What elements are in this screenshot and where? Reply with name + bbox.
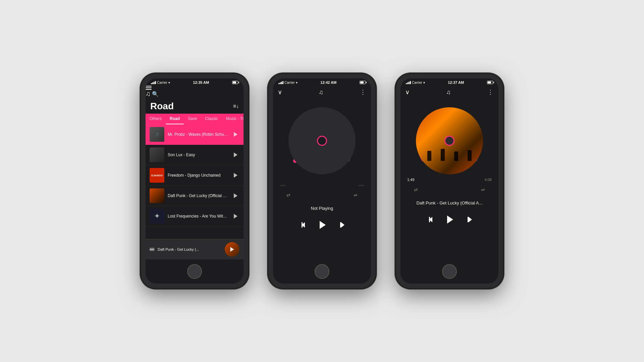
song-thumb-1: 🎵 (150, 127, 164, 142)
battery-icon-2 (360, 81, 366, 84)
play-btn-5[interactable] (231, 212, 239, 220)
tab-music-trap[interactable]: Music - Trap (222, 114, 244, 124)
song-item-5[interactable]: ✦ Lost Frequencies - Are You With Me (Of… (146, 206, 244, 227)
carrier-2: Carrier ▾ (278, 81, 298, 84)
song-item-3[interactable]: DJANGO Freedom - Django Unchained (146, 165, 244, 186)
repeat-btn-3[interactable]: ⇌ (478, 184, 488, 195)
signal-icon (151, 81, 156, 84)
battery-fill-3 (488, 81, 491, 83)
artwork-vinyl-3 (413, 104, 486, 178)
nav-bar-1: ♫ 🔍 (146, 86, 244, 98)
sil-3 (454, 152, 458, 161)
mini-artwork[interactable] (225, 242, 239, 257)
sil-4 (468, 150, 472, 161)
battery-fill-2 (360, 81, 364, 83)
tab-classic[interactable]: Classic (201, 114, 222, 124)
tab-road[interactable]: Road (166, 114, 184, 124)
prev-btn-2[interactable] (296, 219, 308, 231)
mini-title: Daft Punk - Get Lucky (... (158, 247, 221, 251)
dots-menu-3[interactable]: ⋮ (487, 88, 494, 96)
home-button-3[interactable] (442, 264, 457, 279)
play-triangle-1 (234, 132, 237, 137)
mini-play-icon (230, 247, 234, 252)
time-left-3: 1:49 (407, 178, 414, 182)
music-note-3: ♫ (446, 89, 451, 96)
play-btn-2[interactable] (231, 151, 239, 159)
repeat-btn-2[interactable]: ⇌ (350, 190, 361, 200)
song-item-4[interactable]: Daft Punk - Get Lucky (Official Audio) f… (146, 186, 244, 206)
song-thumb-5: ✦ (150, 209, 164, 224)
phone-3: Carrier ▾ 12:37 AM ∨ ♫ ⋮ (396, 74, 503, 288)
signal-icon-3 (406, 81, 411, 84)
status-bar-1: Carrier ▾ 12:35 AM (146, 78, 244, 86)
menu-icon-1[interactable] (146, 86, 244, 90)
chevron-down-3[interactable]: ∨ (405, 88, 410, 96)
play-large-icon-2 (320, 221, 326, 229)
signal-icon-2 (278, 81, 283, 84)
song-name-5: Lost Frequencies - Are You With Me (Offi… (168, 214, 228, 219)
play-large-icon-3 (447, 216, 453, 224)
mini-menu-icon[interactable] (150, 248, 154, 251)
thumb-lost: ✦ (150, 209, 164, 224)
player-content-2: --:-- --:-- ⇄ ⇌ Not Playing (273, 99, 371, 259)
skip-prev-icon-3 (429, 217, 430, 222)
battery-fill-1 (233, 81, 236, 83)
song-item-2[interactable]: Son Lux - Easy (146, 145, 244, 165)
play-btn-3[interactable] (231, 171, 239, 179)
playlist-title: Road (150, 101, 174, 112)
next-btn-2[interactable] (336, 219, 348, 231)
time-2: 12:42 AM (320, 80, 336, 84)
thumb-waves: 🎵 (150, 127, 164, 142)
star-icon: ✦ (154, 212, 160, 221)
controls-row-2: ⇄ ⇌ (280, 190, 364, 200)
vinyl-container-2 (285, 104, 359, 178)
song-name-2: Son Lux - Easy (168, 153, 228, 157)
battery-icon-1 (232, 81, 238, 84)
home-btn-area-2 (273, 259, 371, 284)
player-content-3: 1:49 4:08 ⇄ ⇌ Daft Punk - Get Lucky (Off… (400, 99, 498, 259)
play-btn-1[interactable] (231, 130, 239, 138)
shuffle-btn-3[interactable]: ⇄ (411, 184, 421, 195)
sort-icon[interactable]: ≡↓ (233, 103, 239, 109)
shuffle-btn-2[interactable]: ⇄ (283, 190, 294, 200)
tab-save[interactable]: Save (184, 114, 201, 124)
song-thumb-3: DJANGO (150, 168, 164, 183)
song-info-3: Freedom - Django Unchained (168, 173, 228, 178)
song-name-3: Freedom - Django Unchained (168, 173, 228, 178)
time-left-2: --:-- (280, 183, 286, 187)
vinyl-center-2 (317, 136, 327, 146)
search-icon-1[interactable]: 🔍 (152, 91, 159, 97)
chevron-down-2[interactable]: ∨ (278, 88, 282, 96)
home-button-2[interactable] (315, 264, 329, 279)
playback-controls-2 (296, 219, 348, 231)
play-btn-4[interactable] (231, 192, 239, 200)
phones-container: Carrier ▾ 12:35 AM ♫ 🔍 (141, 74, 503, 288)
thumb-daft (150, 188, 164, 203)
silhouettes-3 (423, 149, 476, 161)
music-note-1: ♫ (146, 90, 151, 97)
song-info-5: Lost Frequencies - Are You With Me (Offi… (168, 214, 228, 219)
status-right-1 (232, 81, 238, 84)
next-btn-3[interactable] (464, 214, 476, 226)
dots-menu-2[interactable]: ⋮ (360, 88, 366, 96)
song-item-1[interactable]: 🎵 Mr. Probz - Waves (Robin Schulz Remix … (146, 124, 244, 145)
carrier-text-3: Carrier (412, 81, 422, 84)
phone-1: Carrier ▾ 12:35 AM ♫ 🔍 (141, 74, 248, 288)
track-title-3: Daft Punk - Get Lucky (Official A... (417, 200, 483, 205)
play-btn-large-3[interactable] (443, 214, 455, 226)
mini-player[interactable]: Daft Punk - Get Lucky (... (146, 239, 244, 259)
home-button-1[interactable] (187, 264, 202, 279)
prev-btn-3[interactable] (423, 214, 435, 226)
play-triangle-5 (234, 214, 237, 219)
play-btn-large-2[interactable] (316, 219, 328, 231)
category-tabs: Others Road Save Classic Music - Trap (146, 114, 244, 124)
phone-1-screen: Carrier ▾ 12:35 AM ♫ 🔍 (146, 78, 244, 284)
thumb-sonlux (150, 147, 164, 162)
song-thumb-2 (150, 147, 164, 162)
play-triangle-3 (234, 173, 237, 178)
sil-2 (441, 149, 445, 161)
time-row-2: --:-- --:-- (280, 183, 364, 187)
song-info-4: Daft Punk - Get Lucky (Official Audio) f… (168, 193, 228, 198)
status-right-2 (360, 81, 366, 84)
tab-others[interactable]: Others (146, 114, 166, 124)
